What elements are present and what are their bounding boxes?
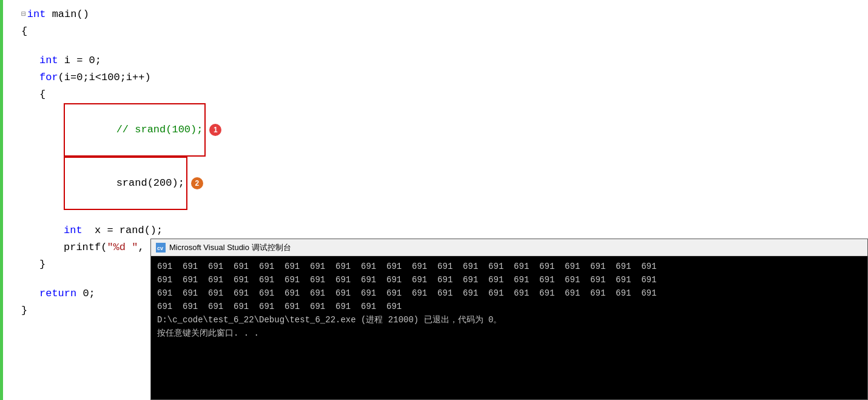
console-output-1: 691 691 691 691 691 691 691 691 691 691 … (157, 260, 861, 273)
code-line-9 (15, 210, 868, 222)
code-text: x = rand(); (82, 222, 163, 239)
code-line-10: int x = rand(); (15, 222, 868, 239)
console-window: cv Microsoft Visual Studio 调试控制台 691 691… (150, 239, 868, 400)
code-text: { (21, 23, 27, 40)
badge-1: 1 (209, 124, 221, 136)
code-text: main() (45, 6, 89, 23)
console-body: 691 691 691 691 691 691 691 691 691 691 … (151, 256, 867, 344)
keyword-int-2: int (39, 52, 58, 69)
comment-text: // srand(100); (116, 124, 203, 135)
console-titlebar: cv Microsoft Visual Studio 调试控制台 (151, 239, 867, 256)
green-status-bar (0, 0, 3, 400)
console-output-3: 691 691 691 691 691 691 691 691 691 691 … (157, 286, 861, 300)
boxed-srand: srand(200); (64, 157, 187, 210)
code-text: i = 0; (58, 52, 101, 69)
keyword-int: int (27, 6, 46, 23)
code-line-5: for (i=0;i<100;i++) (15, 69, 868, 86)
console-status: D:\c_code\test_6_22\Debug\test_6_22.exe … (157, 313, 861, 327)
svg-text:cv: cv (157, 245, 163, 251)
console-title: Microsoft Visual Studio 调试控制台 (169, 242, 291, 253)
code-line-2: { (15, 23, 868, 40)
boxed-comment: // srand(100); (64, 103, 206, 157)
code-line-7: // srand(100); 1 (15, 103, 868, 157)
code-text: { (39, 86, 45, 103)
console-prompt: 按任意键关闭此窗口. . . (157, 327, 861, 340)
code-line-1: ⊟ int main() (15, 6, 868, 23)
keyword-return: return (39, 285, 76, 302)
code-text: 0; (76, 285, 95, 302)
code-text: srand(200); (116, 177, 184, 189)
code-line-3 (15, 40, 868, 52)
string-literal: "%d " (107, 239, 138, 256)
keyword-int-3: int (64, 222, 82, 239)
collapse-icon-1[interactable]: ⊟ (21, 6, 26, 23)
code-line-4: int i = 0; (15, 52, 868, 69)
code-text: (i=0;i<100;i++) (58, 69, 151, 86)
code-text: printf( (64, 239, 107, 256)
badge-2: 2 (191, 177, 203, 189)
code-text: } (39, 256, 45, 273)
console-output-4: 691 691 691 691 691 691 691 691 691 691 (157, 300, 861, 313)
code-line-6: { (15, 86, 868, 103)
code-line-8: srand(200); 2 (15, 157, 868, 210)
console-output-2: 691 691 691 691 691 691 691 691 691 691 … (157, 273, 861, 286)
keyword-for: for (39, 69, 58, 86)
code-editor: ⊟ int main() { int i = 0; for (i=0;i<100… (0, 0, 868, 400)
console-app-icon: cv (156, 243, 166, 253)
code-text: } (21, 302, 27, 319)
